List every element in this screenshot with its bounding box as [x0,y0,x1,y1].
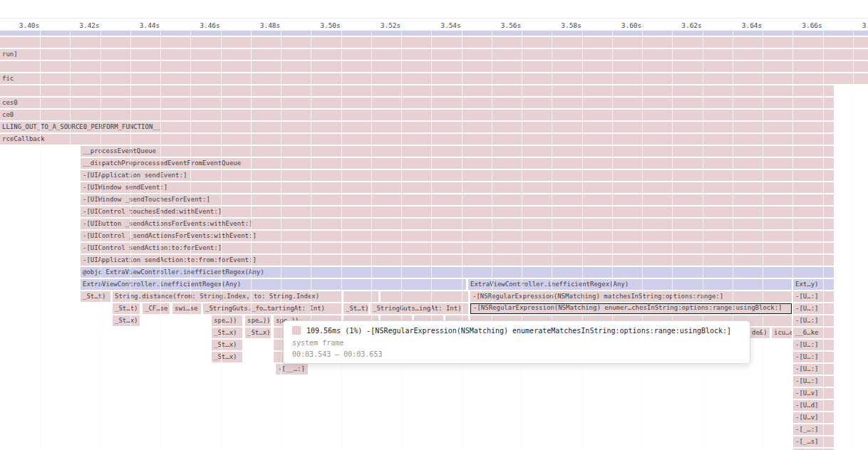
flame-frame-label: _St…x) [212,352,242,362]
flame-frame[interactable]: ExtraViewController.inefficientRegex(Any… [468,279,792,290]
flame-frame[interactable]: icu…e&) [772,328,792,338]
flame-frame[interactable]: _St…t) [343,303,368,314]
flame-frame[interactable]: -[U…:] [793,315,834,326]
flame-frame[interactable]: rceCallback [0,134,834,145]
flame-frame[interactable]: __processEventQueue [81,146,834,157]
flame-frame[interactable]: -[UIApplication sendEvent:] [81,170,834,181]
flame-frame[interactable]: _St…x) [212,352,242,362]
flame-frame[interactable] [343,291,378,302]
flame-frame-label: String.distance(from: String.Index, to: … [113,291,341,302]
flame-frame-label: -[NSRegularExpression(NSMatching) enumer… [471,304,791,313]
flame-frame[interactable]: Ext…y) [793,279,834,290]
flame-frame[interactable]: -[U…:] [793,340,834,350]
tooltip-duration: 109.56ms [306,327,341,335]
flame-frame[interactable]: swi…se [172,303,201,314]
flame-frame[interactable]: -[UIControl sendAction:to:forEvent:] [81,243,834,253]
flame-frame[interactable]: __6…ke [793,328,834,338]
gridline-overlay [612,31,613,450]
flame-frame-label: LLING_OUT_TO_A_SOURCE0_PERFORM_FUNCTION_… [0,122,834,132]
flame-frame-label: _St…t) [113,303,140,314]
flame-frame-label: -[NSRegularExpression(NSMatching) matche… [470,291,792,302]
flame-frame[interactable]: _St…x) [212,340,242,350]
flame-frame[interactable]: -[U…d] [793,400,834,411]
flame-frame[interactable]: _StringGuts…ingAt: Int) [371,303,468,314]
flame-frame-label: -[U…:] [793,352,834,362]
gridline-overlay [341,31,342,450]
flame-frame[interactable]: spe…)) [245,315,271,326]
gridline-overlay [853,31,854,450]
flame-frame[interactable]: -[U…:] [793,303,834,314]
flame-frame[interactable]: -[_…s] [793,436,834,447]
flame-frame[interactable]: LLING_OUT_TO_A_SOURCE0_PERFORM_FUNCTION_… [0,122,834,132]
selected-flame-frame[interactable]: -[NSRegularExpression(NSMatching) enumer… [470,303,792,314]
flame-frame[interactable]: -[U…v] [793,388,834,399]
flame-frame[interactable]: -[U…:] [793,364,834,375]
flame-frame-label: -[UIWindow _sendTouchesForEvent:] [81,194,834,205]
flame-frame[interactable]: -[U…:] [793,291,834,302]
flame-frame-label: -[U…v] [793,412,834,423]
flame-frame[interactable]: @objc ExtraViewController.inefficientReg… [81,267,834,278]
flame-frame[interactable]: _St…t) [81,291,110,302]
flame-frame[interactable]: _StringGuts._fo…tartingAt: Int) [203,303,341,314]
flame-frame-label: ce0 [0,110,834,120]
flame-frame[interactable]: String.distance(from: String.Index, to: … [113,291,341,302]
gridline-overlay [160,31,161,450]
flame-frame[interactable] [0,85,834,96]
gridline-overlay [281,31,281,450]
gridline-overlay [371,31,372,450]
flame-frame-label: ExtraViewController.inefficientRegex(Any… [81,279,466,290]
flame-frame[interactable]: -[NSRegularExpression(NSMatching) matche… [470,291,792,302]
flame-frame[interactable]: -[U…:] [793,376,834,387]
gridline-overlay [733,31,733,450]
flame-frame-label: swi…se [172,303,201,314]
flame-frame-label: -[U…v] [793,388,834,399]
flame-frame[interactable]: -[UIApplication sendAction:to:from:forEv… [81,255,834,266]
gridline-overlay [431,31,432,450]
flame-frame[interactable]: -[UIWindow sendEvent:] [81,182,834,193]
flame-frame[interactable]: _CF…se [143,303,170,314]
flame-frame[interactable]: _St…t) [113,303,140,314]
flame-frame-label: _StringGuts._fo…tartingAt: Int) [203,303,341,314]
tooltip-time-range: 00:03.543 — 00:03.653 [292,350,741,358]
tooltip-frame-kind: system frame [292,339,741,347]
flame-frame[interactable]: -[UIControl _sendActionsForEvents:withEv… [81,231,834,241]
tooltip-symbol: -[NSRegularExpression(NSMatching) enumer… [366,327,731,335]
flame-frame[interactable] [381,291,468,302]
flame-frame[interactable]: -[_…:] [793,424,834,435]
flame-frame-label: -[U…:] [793,291,834,302]
flame-frame-label: @objc ExtraViewController.inefficientReg… [81,267,834,278]
gridline-overlay [792,31,793,450]
tooltip-headline: 109.56ms (1%) -[NSRegularExpression(NSMa… [292,326,741,335]
flame-frame[interactable]: _St…x) [113,315,140,326]
flame-frame-label: -[UIButton _sendActionsForEvents:withEve… [81,219,834,229]
flame-frame[interactable]: _St…x) [212,328,242,338]
flame-frame[interactable]: ExtraViewController.inefficientRegex(Any… [81,279,466,290]
flame-frame-label: de&) [750,328,770,338]
gridline-overlay [522,31,522,450]
flame-frame-label: _St…x) [113,315,140,326]
flame-frame[interactable]: -[U…v] [793,412,834,423]
flame-frame[interactable]: de&) [750,328,770,338]
flame-frame[interactable]: __dispatchPreprocessedEventFromEventQueu… [81,158,834,169]
gridline-overlay [401,31,402,450]
flame-frame-label: __dispatchPreprocessedEventFromEventQueu… [81,158,834,169]
flame-frame-label: _St…t) [81,291,110,302]
flame-frame[interactable]: spe…)) [212,315,242,326]
flame-frame[interactable]: _St…x) [245,328,271,338]
gridline-overlay [130,31,131,450]
flame-frame-label: -[UIWindow sendEvent:] [81,182,834,193]
flame-frame[interactable]: ces0 [0,98,834,108]
gridline-overlay [311,31,311,450]
flame-frame[interactable]: -[UIWindow _sendTouchesForEvent:] [81,194,834,205]
flame-frame-label: -[U…:] [793,340,834,350]
flame-frame[interactable]: -[UIButton _sendActionsForEvents:withEve… [81,219,834,229]
flame-frame-label: -[UIControl _sendActionsForEvents:withEv… [81,231,834,241]
flame-frame[interactable]: -[U…:] [793,352,834,362]
flame-frame-label: -[UIApplication sendEvent:] [81,170,834,181]
gridline-overlay [672,31,673,450]
gridline-overlay [552,31,552,450]
flame-frame[interactable]: ce0 [0,110,834,120]
flame-frame-label: -[U…d] [793,400,834,411]
flame-frame[interactable]: -[UIControl touchesEnded:withEvent:] [81,206,834,217]
gridline-overlay [251,31,252,450]
